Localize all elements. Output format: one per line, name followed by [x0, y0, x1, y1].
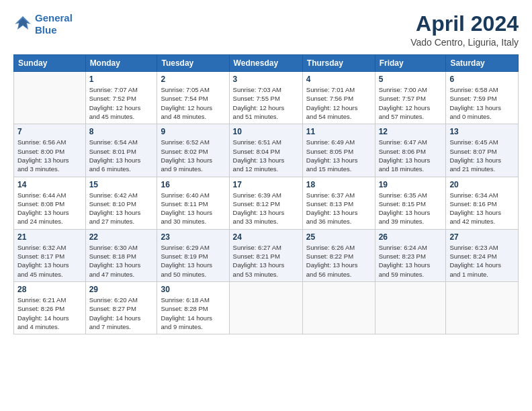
day-info: Sunrise: 6:52 AMSunset: 8:02 PMDaylight:…	[161, 138, 225, 173]
day-number: 8	[89, 127, 154, 136]
header: General Blue April 2024 Vado Centro, Lig…	[13, 12, 519, 48]
day-info: Sunrise: 6:56 AMSunset: 8:00 PMDaylight:…	[17, 138, 82, 173]
day-info: Sunrise: 7:05 AMSunset: 7:54 PMDaylight:…	[161, 85, 225, 121]
calendar-cell: 16Sunrise: 6:40 AMSunset: 8:11 PMDayligh…	[157, 177, 229, 229]
calendar-cell: 29Sunrise: 6:20 AMSunset: 8:27 PMDayligh…	[85, 281, 157, 334]
calendar-week-row: 7Sunrise: 6:56 AMSunset: 8:00 PMDaylight…	[14, 124, 519, 177]
day-number: 18	[306, 180, 371, 189]
day-number: 26	[379, 232, 443, 242]
day-number: 21	[17, 232, 82, 242]
calendar-cell	[446, 281, 519, 334]
day-number: 29	[89, 285, 154, 294]
day-info: Sunrise: 6:34 AMSunset: 8:16 PMDaylight:…	[449, 191, 515, 226]
calendar-cell: 20Sunrise: 6:34 AMSunset: 8:16 PMDayligh…	[446, 177, 519, 229]
day-number: 13	[449, 127, 515, 136]
day-info: Sunrise: 6:58 AMSunset: 7:59 PMDaylight:…	[449, 85, 515, 121]
day-number: 3	[233, 75, 299, 84]
calendar-week-row: 14Sunrise: 6:44 AMSunset: 8:08 PMDayligh…	[14, 177, 519, 229]
day-info: Sunrise: 6:21 AMSunset: 8:26 PMDaylight:…	[17, 295, 82, 331]
day-number: 28	[17, 285, 82, 294]
calendar-cell: 5Sunrise: 7:00 AMSunset: 7:57 PMDaylight…	[375, 72, 446, 124]
calendar-week-row: 21Sunrise: 6:32 AMSunset: 8:17 PMDayligh…	[14, 229, 519, 281]
day-info: Sunrise: 6:44 AMSunset: 8:08 PMDaylight:…	[17, 191, 82, 226]
day-number: 4	[306, 75, 371, 84]
logo-line2: Blue	[35, 24, 57, 36]
calendar-cell: 10Sunrise: 6:51 AMSunset: 8:04 PMDayligh…	[229, 124, 302, 177]
day-number: 22	[89, 232, 154, 242]
day-info: Sunrise: 6:29 AMSunset: 8:19 PMDaylight:…	[161, 243, 225, 279]
day-number: 1	[89, 75, 154, 84]
calendar-cell: 27Sunrise: 6:23 AMSunset: 8:24 PMDayligh…	[446, 229, 519, 281]
day-info: Sunrise: 6:32 AMSunset: 8:17 PMDaylight:…	[17, 243, 82, 279]
calendar-cell: 11Sunrise: 6:49 AMSunset: 8:05 PMDayligh…	[302, 124, 375, 177]
day-number: 23	[161, 232, 225, 242]
day-info: Sunrise: 7:07 AMSunset: 7:52 PMDaylight:…	[89, 85, 154, 121]
calendar-cell: 9Sunrise: 6:52 AMSunset: 8:02 PMDaylight…	[157, 124, 229, 177]
calendar-cell: 26Sunrise: 6:24 AMSunset: 8:23 PMDayligh…	[375, 229, 446, 281]
calendar-cell: 12Sunrise: 6:47 AMSunset: 8:06 PMDayligh…	[375, 124, 446, 177]
day-info: Sunrise: 6:45 AMSunset: 8:07 PMDaylight:…	[449, 138, 515, 173]
day-info: Sunrise: 6:30 AMSunset: 8:18 PMDaylight:…	[89, 243, 154, 279]
calendar-cell: 19Sunrise: 6:35 AMSunset: 8:15 PMDayligh…	[375, 177, 446, 229]
day-number: 20	[449, 180, 515, 189]
calendar-cell	[375, 281, 446, 334]
weekday-header: Saturday	[446, 55, 519, 72]
day-info: Sunrise: 7:00 AMSunset: 7:57 PMDaylight:…	[379, 85, 443, 121]
weekday-header: Thursday	[302, 55, 375, 72]
day-number: 30	[161, 285, 225, 294]
day-info: Sunrise: 6:26 AMSunset: 8:22 PMDaylight:…	[306, 243, 371, 279]
calendar-cell: 18Sunrise: 6:37 AMSunset: 8:13 PMDayligh…	[302, 177, 375, 229]
weekday-header: Sunday	[14, 55, 86, 72]
day-info: Sunrise: 6:35 AMSunset: 8:15 PMDaylight:…	[379, 191, 443, 226]
calendar-cell: 13Sunrise: 6:45 AMSunset: 8:07 PMDayligh…	[446, 124, 519, 177]
calendar-cell: 15Sunrise: 6:42 AMSunset: 8:10 PMDayligh…	[85, 177, 157, 229]
day-info: Sunrise: 6:49 AMSunset: 8:05 PMDaylight:…	[306, 138, 371, 173]
calendar-cell: 6Sunrise: 6:58 AMSunset: 7:59 PMDaylight…	[446, 72, 519, 124]
calendar-cell	[14, 72, 86, 124]
logo: General Blue	[13, 12, 73, 36]
day-info: Sunrise: 6:39 AMSunset: 8:12 PMDaylight:…	[233, 191, 299, 226]
calendar-cell: 3Sunrise: 7:03 AMSunset: 7:55 PMDaylight…	[229, 72, 302, 124]
calendar-cell: 4Sunrise: 7:01 AMSunset: 7:56 PMDaylight…	[302, 72, 375, 124]
day-number: 19	[379, 180, 443, 189]
calendar-cell: 2Sunrise: 7:05 AMSunset: 7:54 PMDaylight…	[157, 72, 229, 124]
day-number: 16	[161, 180, 225, 189]
logo-icon	[13, 15, 32, 34]
subtitle: Vado Centro, Liguria, Italy	[410, 37, 519, 48]
day-number: 11	[306, 127, 371, 136]
header-row: SundayMondayTuesdayWednesdayThursdayFrid…	[14, 55, 519, 72]
page: General Blue April 2024 Vado Centro, Lig…	[0, 0, 532, 411]
day-info: Sunrise: 7:03 AMSunset: 7:55 PMDaylight:…	[233, 85, 299, 121]
calendar-week-row: 28Sunrise: 6:21 AMSunset: 8:26 PMDayligh…	[14, 281, 519, 334]
calendar-cell: 22Sunrise: 6:30 AMSunset: 8:18 PMDayligh…	[85, 229, 157, 281]
day-info: Sunrise: 6:47 AMSunset: 8:06 PMDaylight:…	[379, 138, 443, 173]
day-number: 25	[306, 232, 371, 242]
day-info: Sunrise: 6:51 AMSunset: 8:04 PMDaylight:…	[233, 138, 299, 173]
calendar: SundayMondayTuesdayWednesdayThursdayFrid…	[13, 54, 519, 334]
day-info: Sunrise: 6:23 AMSunset: 8:24 PMDaylight:…	[449, 243, 515, 279]
main-title: April 2024	[410, 12, 519, 36]
day-number: 5	[379, 75, 443, 84]
day-number: 6	[449, 75, 515, 84]
weekday-header: Wednesday	[229, 55, 302, 72]
calendar-cell: 21Sunrise: 6:32 AMSunset: 8:17 PMDayligh…	[14, 229, 86, 281]
day-info: Sunrise: 6:18 AMSunset: 8:28 PMDaylight:…	[161, 295, 225, 331]
calendar-cell: 30Sunrise: 6:18 AMSunset: 8:28 PMDayligh…	[157, 281, 229, 334]
day-info: Sunrise: 6:24 AMSunset: 8:23 PMDaylight:…	[379, 243, 443, 279]
calendar-cell: 23Sunrise: 6:29 AMSunset: 8:19 PMDayligh…	[157, 229, 229, 281]
day-info: Sunrise: 6:40 AMSunset: 8:11 PMDaylight:…	[161, 191, 225, 226]
logo-line1: General	[35, 12, 73, 24]
day-number: 24	[233, 232, 299, 242]
calendar-cell: 7Sunrise: 6:56 AMSunset: 8:00 PMDaylight…	[14, 124, 86, 177]
day-number: 15	[89, 180, 154, 189]
title-block: April 2024 Vado Centro, Liguria, Italy	[410, 12, 519, 48]
logo-text: General Blue	[35, 12, 73, 36]
day-info: Sunrise: 7:01 AMSunset: 7:56 PMDaylight:…	[306, 85, 371, 121]
day-number: 12	[379, 127, 443, 136]
day-info: Sunrise: 6:54 AMSunset: 8:01 PMDaylight:…	[89, 138, 154, 173]
day-number: 17	[233, 180, 299, 189]
weekday-header: Monday	[85, 55, 157, 72]
day-number: 2	[161, 75, 225, 84]
day-number: 27	[449, 232, 515, 242]
calendar-cell	[302, 281, 375, 334]
